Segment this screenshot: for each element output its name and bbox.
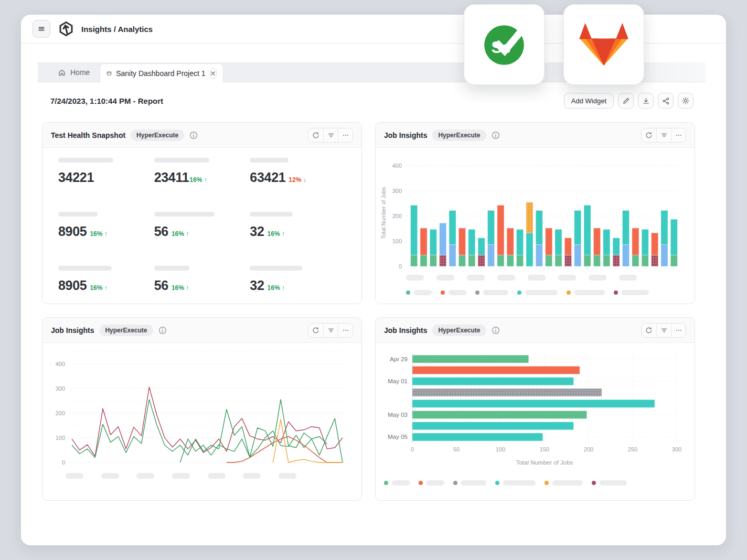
svg-text:Se: Se [491,38,511,56]
filter-button[interactable] [323,324,338,337]
legend-dot [419,481,423,485]
legend-item[interactable] [475,290,508,295]
refresh-button[interactable] [642,128,656,142]
widget-header: Job Insights HyperExecute [376,318,695,343]
refresh-icon [645,327,653,334]
widget-job-insights-hbar: Job Insights HyperExecute 05010015020025… [375,317,695,501]
tab-home[interactable]: Home [52,62,95,82]
edit-button[interactable] [618,93,634,109]
info-icon[interactable] [492,131,500,139]
filter-icon [327,132,335,139]
svg-text:0: 0 [62,459,65,466]
skeleton-label [449,290,466,295]
filter-button[interactable] [656,324,671,337]
line-chart: 0100200300400 [42,343,361,479]
stat-value: 8905 [58,224,87,239]
svg-text:250: 250 [628,446,637,453]
share-icon [662,97,670,105]
hyperexecute-badge: HyperExecute [432,325,486,336]
legend-item[interactable] [545,480,583,486]
refresh-button[interactable] [642,324,656,337]
stat-delta: 16% ↑ [90,230,107,238]
legend-dot [453,481,457,485]
ellipsis-icon [342,327,349,334]
filter-icon [660,132,668,139]
widget-job-insights-bar: Job Insights HyperExecute 0100200300400T… [375,122,695,304]
tab-home-label: Home [70,68,90,77]
more-button[interactable] [338,128,353,142]
main-page: Insights / Analytics Home Sanity Dashboa… [21,15,726,545]
skeleton-label [243,473,261,479]
svg-text:300: 300 [56,385,65,392]
svg-text:200: 200 [584,446,593,453]
stat-cell: 3216% ↑ [250,210,346,264]
ellipsis-icon [675,132,682,139]
ellipsis-icon [675,327,682,334]
svg-text:May 03: May 03 [388,412,408,418]
legend-item[interactable] [517,290,558,295]
filter-icon [327,327,335,334]
stat-value: 32 [250,278,264,293]
legend-item[interactable] [441,290,466,295]
widget-test-health-snapshot: Test Health Snapshot HyperExecute 342212… [42,122,362,304]
refresh-button[interactable] [308,324,323,337]
skeleton-label [250,266,302,271]
download-button[interactable] [638,93,654,109]
skeleton-label [250,158,289,163]
more-button[interactable] [671,128,686,142]
legend-item[interactable] [495,480,536,486]
widget-job-insights-line: Job Insights HyperExecute 0100200300400 [42,317,362,501]
close-tab-button[interactable] [210,68,217,79]
svg-text:May 01: May 01 [388,378,408,384]
page-title: Insights / Analytics [81,25,153,34]
menu-button[interactable] [33,20,50,38]
skeleton-label [154,266,189,271]
svg-text:300: 300 [672,446,681,453]
skeleton-label [574,290,605,295]
skeleton-label [208,473,226,479]
legend-item[interactable] [419,480,444,486]
more-button[interactable] [671,324,686,337]
svg-text:100: 100 [56,435,65,441]
legend-dot [384,481,388,485]
gitlab-card[interactable] [563,4,644,85]
gitlab-icon [579,21,629,68]
svg-text:100: 100 [496,446,505,453]
legend-item[interactable] [614,290,649,295]
skeleton-label [58,158,113,163]
stat-cell: 3216% ↑ [250,264,346,304]
selenium-card[interactable]: Se [464,4,545,85]
legend-item[interactable] [592,480,627,486]
widget-title: Job Insights [384,326,427,335]
info-icon[interactable] [492,326,500,335]
stat-value: 23411 [154,170,189,185]
share-button[interactable] [658,93,674,109]
skeleton-label [101,473,119,479]
legend-item[interactable] [406,290,432,295]
add-widget-button[interactable]: Add Widget [564,93,614,109]
info-icon[interactable] [189,131,198,139]
filter-button[interactable] [656,128,671,142]
more-button[interactable] [338,324,353,337]
chart-legend [406,290,695,295]
legend-item[interactable] [567,290,605,295]
tab-dashboard[interactable]: Sanity Dashboard Project 1 [100,63,223,82]
horizontal-bar-chart: 050100150200250300Apr 29May 01May 03May … [376,343,695,486]
skeleton-label [467,275,485,281]
stat-value: 56 [154,224,168,239]
settings-button[interactable] [678,93,693,109]
widget-title: Job Insights [384,131,427,139]
refresh-button[interactable] [308,128,323,142]
filter-icon [660,327,668,334]
hyperexecute-badge: HyperExecute [432,130,486,141]
legend-item[interactable] [453,480,486,486]
filter-button[interactable] [323,128,338,142]
legend-item[interactable] [384,480,410,486]
skeleton-label [483,290,508,295]
info-icon[interactable] [158,326,167,335]
stat-delta: 16% ↑ [189,176,207,184]
stats-grid: 342212341116% ↑6342112% ↓890516% ↑5616% … [42,148,361,304]
stat-delta: 16% ↑ [268,284,285,292]
stat-cell: 890516% ↑ [58,210,154,264]
skeleton-label [622,290,649,295]
